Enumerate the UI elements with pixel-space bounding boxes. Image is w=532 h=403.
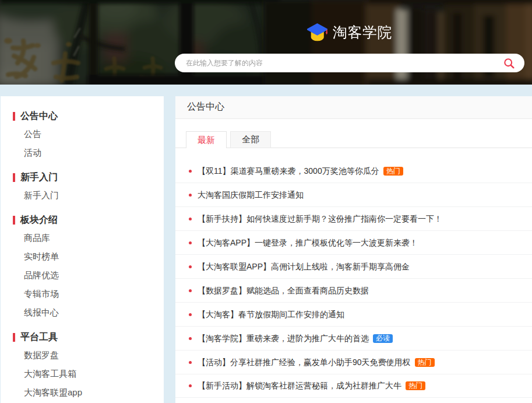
must-read-badge: 必读 (373, 334, 393, 343)
sidebar-item[interactable]: 数据罗盘 (1, 346, 164, 365)
announcement-title: 【新手活动】解锁淘客社群运营秘籍，成为社群推广大牛 (198, 380, 401, 391)
sidebar-item[interactable]: 活动 (1, 143, 164, 162)
bullet-dot (189, 361, 192, 364)
sidebar-item[interactable]: 新手入门 (1, 186, 164, 205)
announcement-row[interactable]: 【大淘客APP】一键登录，推广模板优化等一大波更新来袭！ (175, 231, 532, 255)
two-column-layout: 公告中心公告活动新手入门新手入门板块介绍商品库实时榜单品牌优选专辑市场线报中心平… (1, 96, 532, 403)
hot-badge: 热门 (406, 381, 425, 390)
sidebar-item[interactable]: 商品库 (1, 229, 164, 247)
sidebar-section-title[interactable]: 新手入门 (1, 171, 164, 184)
sidebar-item[interactable]: 实时榜单 (1, 247, 164, 266)
content-wrapper: 公告中心公告活动新手入门新手入门板块介绍商品库实时榜单品牌优选专辑市场线报中心平… (1, 85, 532, 403)
bullet-dot (189, 170, 192, 173)
sidebar-section-label: 板块介绍 (20, 214, 58, 226)
hot-badge: 热门 (383, 167, 403, 176)
sidebar-item[interactable]: 专辑市场 (1, 285, 164, 303)
search-bar (175, 54, 524, 72)
sidebar-section: 平台工具数据罗盘大淘客工具箱大淘客联盟app (1, 331, 164, 402)
announcement-title: 【大淘客联盟APP】高佣计划上线啦，淘客新手期享高佣金 (198, 261, 410, 272)
sidebar-section-title[interactable]: 公告中心 (1, 110, 164, 122)
announcement-row[interactable]: 【数据罗盘】赋能选品，全面查看商品历史数据 (175, 279, 532, 303)
red-bar-marker (13, 173, 15, 182)
tabs: 最新全部 (175, 131, 532, 148)
sidebar-item[interactable]: 品牌优选 (1, 266, 164, 285)
hot-badge: 热门 (415, 358, 435, 367)
announcement-panel: 公告中心 最新全部 【双11】渠道赛马重磅来袭，3000万奖池等你瓜分热门大淘客… (175, 96, 532, 403)
announcement-title: 【双11】渠道赛马重磅来袭，3000万奖池等你瓜分 (198, 165, 379, 177)
search-input[interactable] (175, 54, 524, 72)
graduation-cap-icon (307, 23, 327, 41)
announcement-title: 【淘客学院】重磅来袭，进阶为推广大牛的首选 (198, 332, 369, 344)
announcement-title: 大淘客国庆假期工作安排通知 (198, 189, 304, 201)
announcement-title: 【数据罗盘】赋能选品，全面查看商品历史数据 (198, 285, 369, 296)
sidebar-item[interactable]: 线报中心 (1, 303, 164, 322)
search-area (0, 54, 532, 72)
bullet-dot (189, 194, 192, 197)
sidebar-section-label: 新手入门 (20, 171, 58, 184)
sidebar-item[interactable]: 大淘客工具箱 (1, 365, 164, 383)
sidebar-section: 公告中心公告活动 (1, 110, 164, 162)
sidebar-item[interactable]: 大淘客联盟app (1, 383, 164, 402)
red-bar-marker (13, 112, 15, 121)
sidebar-section-label: 平台工具 (20, 331, 58, 344)
bullet-dot (189, 337, 192, 340)
sidebar-section-label: 公告中心 (20, 110, 58, 122)
search-button[interactable] (499, 54, 519, 72)
sidebar: 公告中心公告活动新手入门新手入门板块介绍商品库实时榜单品牌优选专辑市场线报中心平… (1, 96, 164, 403)
red-bar-marker (13, 333, 15, 342)
announcement-row[interactable]: 【双11】渠道赛马重磅来袭，3000万奖池等你瓜分热门 (175, 160, 532, 184)
bullet-dot (189, 313, 192, 316)
sidebar-item[interactable]: 公告 (1, 125, 164, 143)
announcement-title: 【新手扶持】如何快速度过新手期？这份推广指南你一定要看一下！ (198, 213, 442, 225)
announcement-list: 【双11】渠道赛马重磅来袭，3000万奖池等你瓜分热门大淘客国庆假期工作安排通知… (175, 160, 532, 398)
sidebar-section-title[interactable]: 平台工具 (1, 331, 164, 344)
announcement-row[interactable]: 【活动】分享社群推广经验，赢发单小助手90天免费使用权热门 (175, 351, 532, 374)
brand-name: 淘客学院 (333, 23, 392, 42)
bullet-dot (189, 384, 192, 387)
announcement-row[interactable]: 【新手活动】解锁淘客社群运营秘籍，成为社群推广大牛热门 (175, 374, 532, 398)
panel-titlebar: 公告中心 (175, 96, 532, 119)
announcement-row[interactable]: 【新手扶持】如何快速度过新手期？这份推广指南你一定要看一下！ (175, 207, 532, 231)
search-icon (503, 58, 515, 69)
announcement-row[interactable]: 【大淘客】春节放假期间工作安排的通知 (175, 303, 532, 327)
bullet-dot (189, 265, 192, 268)
sidebar-section: 新手入门新手入门 (1, 171, 164, 205)
brand-logo[interactable]: 淘客学院 (0, 22, 532, 42)
bullet-dot (189, 241, 192, 244)
tab-latest[interactable]: 最新 (186, 131, 227, 148)
announcement-row[interactable]: 【淘客学院】重磅来袭，进阶为推广大牛的首选必读 (175, 327, 532, 351)
red-bar-marker (13, 216, 15, 225)
sidebar-section: 板块介绍商品库实时榜单品牌优选专辑市场线报中心 (1, 213, 164, 322)
announcement-title: 【活动】分享社群推广经验，赢发单小助手90天免费使用权 (198, 356, 411, 368)
sidebar-section-title[interactable]: 板块介绍 (1, 213, 164, 226)
tab-all[interactable]: 全部 (230, 131, 271, 148)
bullet-dot (189, 289, 192, 292)
announcement-row[interactable]: 大淘客国庆假期工作安排通知 (175, 183, 532, 207)
announcement-title: 【大淘客APP】一键登录，推广模板优化等一大波更新来袭！ (198, 237, 418, 248)
announcement-row[interactable]: 【大淘客联盟APP】高佣计划上线啦，淘客新手期享高佣金 (175, 255, 532, 279)
bullet-dot (189, 218, 192, 220)
site-header: 淘客学院 (0, 0, 532, 85)
announcement-title: 【大淘客】春节放假期间工作安排的通知 (198, 309, 344, 320)
panel-title: 公告中心 (187, 101, 224, 113)
